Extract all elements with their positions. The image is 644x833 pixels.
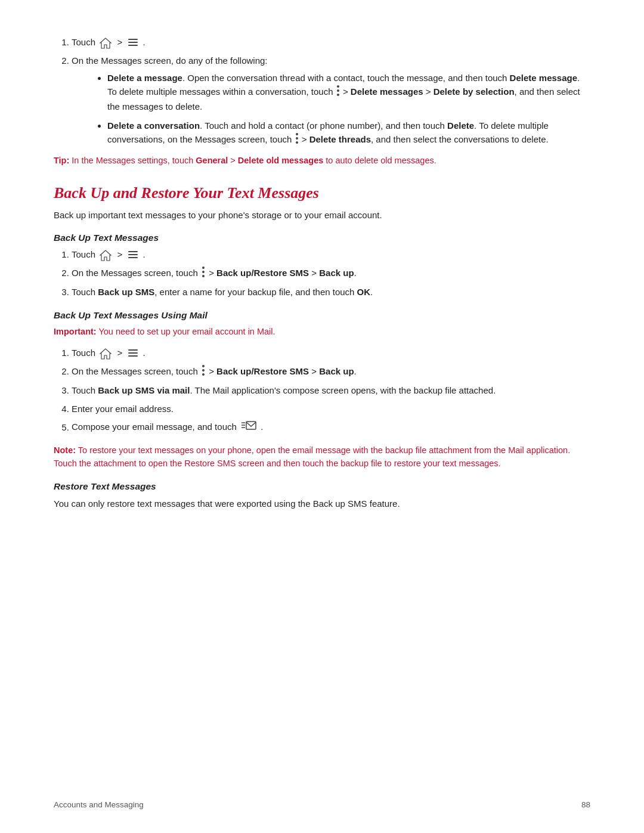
home-icon-3 <box>99 348 112 360</box>
svg-point-13 <box>202 271 205 273</box>
svg-rect-0 <box>128 39 138 40</box>
backup-mail-step3: Touch Back up SMS via mail. The Mail app… <box>72 384 590 398</box>
svg-point-18 <box>202 365 205 367</box>
overflow-dots-icon3 <box>202 267 205 281</box>
step1-delete: Touch > . <box>72 36 590 49</box>
svg-rect-10 <box>128 254 138 255</box>
overflow-dots-icon4 <box>202 365 205 380</box>
step2-delete: On the Messages screen, do any of the fo… <box>72 54 590 148</box>
tip-block: Tip: In the Messages settings, touch Gen… <box>54 154 590 168</box>
svg-rect-2 <box>128 45 138 46</box>
svg-point-4 <box>337 89 339 92</box>
backup-mail-step4: Enter your email address. <box>72 402 590 416</box>
menu-lines-icon <box>127 38 139 47</box>
svg-rect-15 <box>128 349 138 351</box>
note-block: Note: To restore your text messages on y… <box>54 444 590 470</box>
restore-body: You can only restore text messages that … <box>54 497 590 510</box>
backup-mail-step2: On the Messages screen, touch > Back up/… <box>72 365 590 380</box>
section-title: Back Up and Restore Your Text Messages <box>54 184 590 202</box>
svg-rect-1 <box>128 42 138 43</box>
subsection-backup-mail: Back Up Text Messages Using Mail <box>54 310 590 321</box>
svg-point-5 <box>337 94 339 96</box>
subsection-restore: Restore Text Messages <box>54 481 590 492</box>
svg-point-7 <box>296 137 298 140</box>
bullet-delete-conversation: Delete a conversation. Touch and hold a … <box>107 119 590 147</box>
footer: Accounts and Messaging 88 <box>54 800 590 809</box>
svg-point-14 <box>202 275 205 277</box>
svg-rect-17 <box>128 355 138 357</box>
footer-left: Accounts and Messaging <box>54 800 144 809</box>
svg-point-8 <box>296 141 298 144</box>
compose-mail-icon <box>240 420 257 435</box>
svg-point-3 <box>337 85 339 88</box>
backup-mail-step1: Touch > . <box>72 346 590 360</box>
svg-point-20 <box>202 373 205 376</box>
home-icon <box>99 37 112 49</box>
backup-mail-step5: Compose your email message, and touch . <box>72 420 590 435</box>
subsection-backup: Back Up Text Messages <box>54 233 590 243</box>
menu-lines-icon-2 <box>127 250 139 259</box>
menu-lines-icon-3 <box>127 348 139 358</box>
bullet-delete-message: Delete a message. Open the conversation … <box>107 71 590 114</box>
section-intro: Back up important text messages to your … <box>54 208 590 222</box>
svg-point-6 <box>296 133 298 135</box>
svg-rect-24 <box>246 422 256 429</box>
svg-rect-9 <box>128 251 138 252</box>
footer-right: 88 <box>581 800 590 809</box>
svg-rect-11 <box>128 257 138 258</box>
backup-step2: On the Messages screen, touch > Back up/… <box>72 267 590 281</box>
svg-point-12 <box>202 267 205 269</box>
home-icon-2 <box>99 249 112 261</box>
overflow-dots-icon2 <box>295 133 299 147</box>
overflow-dots-icon <box>336 85 340 100</box>
svg-rect-16 <box>128 352 138 354</box>
important-note: Important: You need to set up your email… <box>54 326 590 339</box>
backup-step3: Touch Back up SMS, enter a name for your… <box>72 286 590 299</box>
backup-step1: Touch > . <box>72 248 590 262</box>
svg-point-19 <box>202 369 205 371</box>
